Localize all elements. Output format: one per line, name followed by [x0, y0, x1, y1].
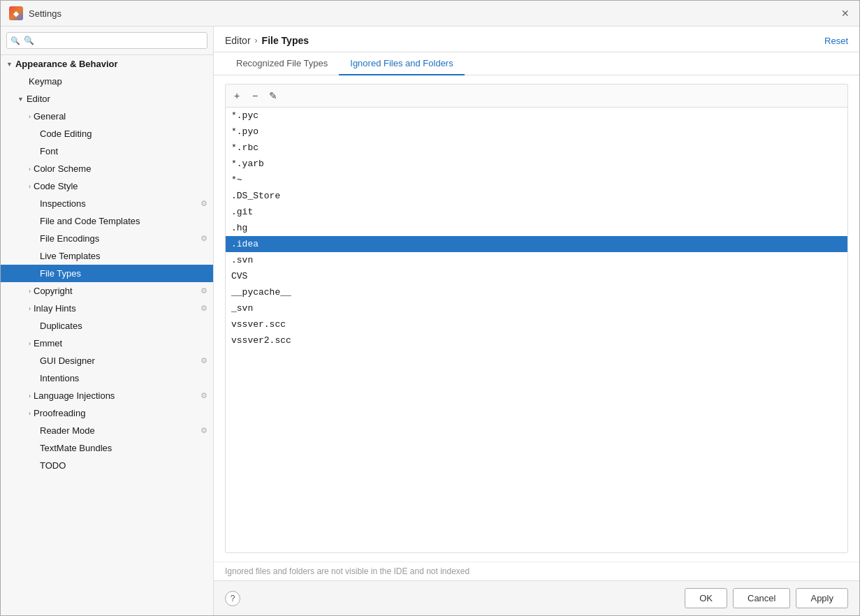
- sidebar-item-duplicates[interactable]: Duplicates: [1, 317, 213, 335]
- sidebar-item-label: TextMate Bundles: [40, 443, 112, 453]
- sidebar-item-label: Reader Mode: [40, 425, 95, 436]
- list-item[interactable]: .svn: [226, 252, 847, 268]
- sidebar-item-file-encodings[interactable]: File Encodings⚙: [1, 230, 213, 247]
- settings-icon: ⚙: [201, 286, 207, 295]
- sidebar-item-appearance[interactable]: ▼Appearance & Behavior: [1, 55, 213, 73]
- sidebar-item-label: File Types: [40, 268, 81, 279]
- nav-tree: ▼Appearance & BehaviorKeymap▼Editor›Gene…: [1, 55, 213, 474]
- sidebar-item-general[interactable]: ›General: [1, 108, 213, 125]
- sidebar-item-label: Inlay Hints: [34, 303, 76, 314]
- sidebar-item-label: TODO: [40, 460, 66, 471]
- footer: ? OK Cancel Apply: [214, 580, 859, 615]
- sidebar-item-intentions[interactable]: Intentions: [1, 369, 213, 387]
- sidebar-item-proofreading[interactable]: ›Proofreading: [1, 404, 213, 422]
- sidebar-item-todo[interactable]: TODO: [1, 457, 213, 474]
- sidebar-item-label: Intentions: [40, 373, 79, 383]
- status-message: Ignored files and folders are not visibl…: [225, 566, 469, 576]
- sidebar-item-file-types[interactable]: File Types: [1, 265, 213, 282]
- list-item[interactable]: *.pyc: [226, 108, 847, 124]
- chevron-icon: ›: [29, 288, 31, 295]
- list-item[interactable]: *.rbc: [226, 140, 847, 156]
- window-title: Settings: [29, 8, 61, 19]
- search-input[interactable]: [6, 32, 207, 49]
- cancel-button[interactable]: Cancel: [733, 588, 790, 608]
- app-icon: ◆: [9, 6, 23, 20]
- sidebar-item-language-injections[interactable]: ›Language Injections⚙: [1, 387, 213, 404]
- search-wrapper: 🔍: [6, 32, 207, 49]
- edit-button[interactable]: ✎: [265, 87, 282, 104]
- chevron-icon: ›: [29, 305, 31, 312]
- settings-icon: ⚙: [201, 356, 207, 365]
- sidebar-item-label: File and Code Templates: [40, 216, 140, 226]
- list-item[interactable]: .DS_Store: [226, 188, 847, 204]
- sidebar-item-textmate-bundles[interactable]: TextMate Bundles: [1, 439, 213, 457]
- list-item[interactable]: *~: [226, 172, 847, 188]
- settings-icon: ⚙: [201, 234, 207, 243]
- sidebar-item-inlay-hints[interactable]: ›Inlay Hints⚙: [1, 300, 213, 317]
- title-bar-left: ◆ Settings: [9, 6, 61, 20]
- sidebar-item-label: Language Injections: [34, 390, 115, 401]
- sidebar-item-label: Code Editing: [40, 129, 92, 139]
- remove-button[interactable]: −: [247, 87, 263, 104]
- reset-link[interactable]: Reset: [824, 36, 848, 46]
- sidebar-item-emmet[interactable]: ›Emmet: [1, 335, 213, 352]
- sidebar: 🔍 ▼Appearance & BehaviorKeymap▼Editor›Ge…: [1, 27, 214, 615]
- list-item[interactable]: *.pyo: [226, 124, 847, 140]
- sidebar-item-live-templates[interactable]: Live Templates: [1, 247, 213, 265]
- sidebar-item-label: Editor: [27, 94, 50, 104]
- chevron-icon: ›: [29, 340, 31, 347]
- sidebar-item-editor[interactable]: ▼Editor: [1, 90, 213, 108]
- sidebar-item-label: Emmet: [34, 338, 62, 349]
- chevron-icon: ›: [29, 166, 31, 173]
- breadcrumb-parent: Editor: [225, 35, 251, 46]
- sidebar-item-keymap[interactable]: Keymap: [1, 73, 213, 90]
- sidebar-item-label: Inspections: [40, 198, 86, 209]
- sidebar-item-label: Duplicates: [40, 321, 82, 331]
- sidebar-item-font[interactable]: Font: [1, 142, 213, 160]
- sidebar-item-code-editing[interactable]: Code Editing: [1, 125, 213, 142]
- apply-button[interactable]: Apply: [796, 588, 848, 608]
- sidebar-item-label: Color Scheme: [34, 163, 91, 174]
- close-button[interactable]: ✕: [840, 8, 851, 19]
- sidebar-item-label: Appearance & Behavior: [15, 59, 118, 69]
- breadcrumb-separator: ›: [255, 36, 258, 45]
- sidebar-item-label: General: [34, 111, 66, 122]
- help-button[interactable]: ?: [225, 591, 240, 606]
- sidebar-item-copyright[interactable]: ›Copyright⚙: [1, 282, 213, 300]
- tab-ignored[interactable]: Ignored Files and Folders: [339, 52, 464, 75]
- toolbar: + − ✎: [225, 84, 848, 107]
- list-item[interactable]: vssver2.scc: [226, 332, 847, 349]
- list-item[interactable]: CVS: [226, 268, 847, 284]
- sidebar-item-gui-designer[interactable]: GUI Designer⚙: [1, 352, 213, 369]
- sidebar-item-label: Keymap: [29, 76, 62, 87]
- sidebar-item-color-scheme[interactable]: ›Color Scheme: [1, 160, 213, 177]
- sidebar-item-label: GUI Designer: [40, 355, 95, 366]
- list-item[interactable]: vssver.scc: [226, 316, 847, 332]
- footer-buttons: OK Cancel Apply: [685, 588, 848, 608]
- status-bar: Ignored files and folders are not visibl…: [214, 562, 859, 580]
- panel-body: + − ✎ *.pyc*.pyo*.rbc*.yarb*~.DS_Store.g…: [214, 75, 859, 562]
- search-icon: 🔍: [10, 36, 20, 45]
- sidebar-item-reader-mode[interactable]: Reader Mode⚙: [1, 422, 213, 439]
- search-box: 🔍: [1, 27, 213, 55]
- settings-icon: ⚙: [201, 199, 207, 208]
- chevron-icon: ›: [29, 393, 31, 399]
- sidebar-item-label: File Encodings: [40, 233, 99, 244]
- tab-recognized[interactable]: Recognized File Types: [225, 52, 339, 75]
- list-item[interactable]: .idea: [226, 236, 847, 252]
- panel-header: Editor › File Types Reset: [214, 27, 859, 52]
- list-item[interactable]: .git: [226, 204, 847, 220]
- main-content: 🔍 ▼Appearance & BehaviorKeymap▼Editor›Ge…: [1, 27, 859, 615]
- ok-button[interactable]: OK: [685, 588, 727, 608]
- chevron-icon: ▼: [17, 96, 24, 103]
- right-panel: Editor › File Types Reset Recognized Fil…: [214, 27, 859, 615]
- sidebar-item-inspections[interactable]: Inspections⚙: [1, 195, 213, 212]
- sidebar-item-code-style[interactable]: ›Code Style: [1, 177, 213, 195]
- sidebar-item-label: Proofreading: [34, 408, 85, 418]
- list-item[interactable]: *.yarb: [226, 156, 847, 172]
- add-button[interactable]: +: [228, 87, 245, 104]
- list-item[interactable]: __pycache__: [226, 284, 847, 300]
- list-item[interactable]: .hg: [226, 220, 847, 236]
- sidebar-item-file-code-templates[interactable]: File and Code Templates: [1, 212, 213, 230]
- list-item[interactable]: _svn: [226, 300, 847, 316]
